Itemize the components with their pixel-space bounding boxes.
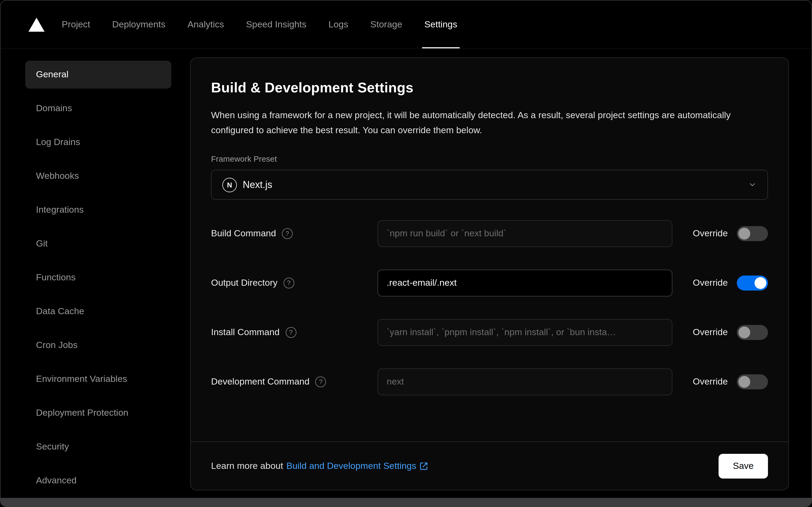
toggle-knob (739, 327, 750, 338)
build-settings-docs-link[interactable]: Build and Development Settings (286, 460, 428, 471)
nav-tab-project[interactable]: Project (62, 1, 90, 48)
install-command-input[interactable] (378, 319, 673, 346)
main-panel: Build & Development Settings When using … (171, 49, 811, 498)
settings-sidebar: General Domains Log Drains Webhooks Inte… (1, 49, 171, 498)
build-command-override-toggle[interactable] (737, 226, 768, 241)
toggle-knob (755, 277, 766, 289)
sidebar-item-git[interactable]: Git (25, 230, 171, 258)
card-body: Build & Development Settings When using … (191, 58, 789, 442)
external-link-icon (419, 462, 428, 470)
app-window: Project Deployments Analytics Speed Insi… (0, 0, 812, 507)
nav-tab-speed-insights[interactable]: Speed Insights (246, 1, 306, 48)
help-icon[interactable]: ? (285, 327, 296, 338)
help-icon[interactable]: ? (282, 228, 293, 239)
build-command-input[interactable] (378, 220, 673, 247)
vercel-logo-icon[interactable] (28, 17, 45, 32)
content-area: General Domains Log Drains Webhooks Inte… (1, 49, 811, 498)
build-command-label: Build Command (211, 228, 276, 239)
help-icon[interactable]: ? (315, 377, 326, 387)
sidebar-item-webhooks[interactable]: Webhooks (25, 162, 171, 190)
override-label: Override (693, 278, 729, 288)
build-command-row: Build Command ? Override (211, 220, 768, 247)
sidebar-item-environment-variables[interactable]: Environment Variables (25, 365, 171, 393)
sidebar-item-deployment-protection[interactable]: Deployment Protection (25, 399, 171, 427)
override-label: Override (693, 327, 729, 338)
nav-tab-deployments[interactable]: Deployments (112, 1, 165, 48)
nav-tab-analytics[interactable]: Analytics (187, 1, 224, 48)
nav-tab-logs[interactable]: Logs (329, 1, 348, 48)
override-label: Override (693, 228, 729, 239)
learn-more-prefix: Learn more about (211, 460, 283, 471)
output-directory-label: Output Directory (211, 278, 278, 288)
page-title: Build & Development Settings (211, 79, 768, 96)
sidebar-item-security[interactable]: Security (25, 433, 171, 461)
framework-preset-select[interactable]: N Next.js (211, 170, 768, 200)
build-settings-card: Build & Development Settings When using … (190, 57, 789, 490)
nav-tab-settings[interactable]: Settings (424, 1, 457, 48)
sidebar-item-advanced[interactable]: Advanced (25, 467, 171, 495)
framework-preset-value: Next.js (243, 179, 272, 190)
nextjs-logo-icon: N (222, 177, 237, 192)
help-icon[interactable]: ? (284, 278, 294, 288)
learn-more-text: Learn more about Build and Development S… (211, 460, 428, 471)
sidebar-item-domains[interactable]: Domains (25, 95, 171, 122)
output-directory-input[interactable] (378, 270, 673, 296)
sidebar-item-functions[interactable]: Functions (25, 264, 171, 292)
override-label: Override (693, 377, 729, 387)
link-text: Build and Development Settings (286, 460, 416, 471)
top-nav: Project Deployments Analytics Speed Insi… (1, 1, 811, 49)
sidebar-item-integrations[interactable]: Integrations (25, 196, 171, 224)
sidebar-item-log-drains[interactable]: Log Drains (25, 128, 171, 156)
output-directory-row: Output Directory ? Override (211, 270, 768, 296)
install-command-row: Install Command ? Override (211, 319, 768, 346)
install-command-override-toggle[interactable] (737, 325, 768, 340)
nav-tab-storage[interactable]: Storage (370, 1, 402, 48)
development-command-label: Development Command (211, 377, 309, 387)
toggle-knob (739, 228, 750, 239)
settings-description: When using a framework for a new project… (211, 108, 768, 138)
window-bottom-bar (1, 498, 811, 506)
command-rows: Build Command ? Override Output Director… (211, 220, 768, 395)
output-directory-override-toggle[interactable] (737, 276, 768, 291)
development-command-override-toggle[interactable] (737, 374, 768, 389)
chevron-down-icon (748, 180, 757, 189)
sidebar-item-cron-jobs[interactable]: Cron Jobs (25, 331, 171, 359)
development-command-input[interactable] (378, 369, 673, 395)
save-button[interactable]: Save (718, 454, 768, 478)
install-command-label: Install Command (211, 327, 280, 338)
page-scaler: Project Deployments Analytics Speed Insi… (0, 0, 812, 507)
development-command-row: Development Command ? Override (211, 369, 768, 395)
card-footer: Learn more about Build and Development S… (191, 442, 789, 490)
sidebar-item-data-cache[interactable]: Data Cache (25, 297, 171, 326)
framework-preset-label: Framework Preset (211, 154, 768, 163)
toggle-knob (739, 376, 750, 388)
sidebar-item-general[interactable]: General (25, 61, 171, 89)
